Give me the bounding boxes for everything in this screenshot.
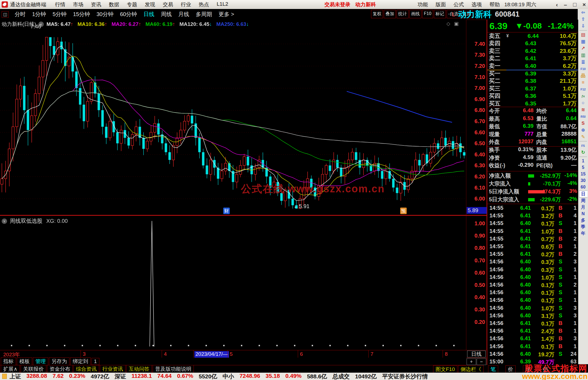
period-button-30[interactable]: 30 xyxy=(579,177,587,184)
yen-icon[interactable]: ¥ xyxy=(506,34,509,38)
table-icon[interactable]: ▦ xyxy=(579,38,587,45)
zoom-in-button[interactable]: + xyxy=(467,358,476,365)
chart-button-统计[interactable]: 统计 xyxy=(397,10,409,18)
tab-图文F10[interactable]: 图文F10 xyxy=(433,365,457,373)
stock-shortcut[interactable]: 动力新科 xyxy=(355,1,376,8)
timeline-label-6[interactable]: 6 xyxy=(299,351,303,357)
period-5分钟[interactable]: 5分钟 xyxy=(53,11,66,18)
window-split-icon[interactable]: ◫ xyxy=(2,11,9,18)
tab-侧边栏《[interactable]: 侧边栏《 xyxy=(458,365,484,373)
period-15分钟[interactable]: 15分钟 xyxy=(73,11,90,18)
forecast-marker-yu[interactable]: 预 xyxy=(400,208,407,214)
period-button-N[interactable]: N xyxy=(579,211,587,217)
menu-item-帮助[interactable]: 帮助 xyxy=(489,1,500,8)
menu-item-公式[interactable]: 公式 xyxy=(454,1,464,8)
tab-互动问答[interactable]: 互动问答 xyxy=(126,365,152,373)
tick-row[interactable]: 14:566.4019.2万S24 xyxy=(487,351,578,358)
chart-button-标记[interactable]: 标记 xyxy=(434,10,446,18)
menu-item-专题[interactable]: 专题 xyxy=(127,1,137,8)
period-button-1[interactable]: 1 xyxy=(579,158,587,164)
diamond-icon[interactable]: ◇ xyxy=(446,21,450,27)
tab-行业资讯[interactable]: 行业资讯 xyxy=(100,365,125,373)
down-icon[interactable]: ⇩ xyxy=(579,23,587,29)
tab-管理[interactable]: 管理 xyxy=(33,357,48,366)
timeline-label-3[interactable]: 3 xyxy=(82,351,86,357)
tick-row[interactable]: 14:566.410.1万B1 xyxy=(487,343,578,351)
menu-item-热点[interactable]: 热点 xyxy=(199,1,209,8)
menu-item-行情[interactable]: 行情 xyxy=(55,1,65,8)
tick-row[interactable]: 14:566.403.1万S3 xyxy=(487,312,578,320)
sub-collapse-chevron-icon[interactable]: ∨ xyxy=(2,218,7,224)
tick-row[interactable]: 14:556.400.1万S1 xyxy=(487,220,578,228)
period-多周期[interactable]: 多周期 xyxy=(196,11,212,18)
tab-模板[interactable]: 模板 xyxy=(17,357,32,366)
oval-icon[interactable]: ○ xyxy=(579,99,587,106)
close-icon[interactable]: × xyxy=(583,1,586,8)
trend-chart-icon[interactable]: ↗ xyxy=(579,45,587,52)
f10-icon[interactable]: F10 xyxy=(579,65,587,72)
tick-row[interactable]: 14:556.413.2万B4 xyxy=(487,212,578,220)
menu-item-市场[interactable]: 市场 xyxy=(73,1,83,8)
period-button-周[interactable]: 周 xyxy=(579,197,587,204)
tick-row[interactable]: 14:566.400.1万S1 xyxy=(487,297,578,305)
timeline-period-box[interactable]: 日线 xyxy=(467,351,486,357)
period-日线[interactable]: 日线 xyxy=(143,11,154,18)
period-60分钟[interactable]: 60分钟 xyxy=(120,11,137,18)
menu-item-功能[interactable]: 功能 xyxy=(418,1,428,8)
panel-icon[interactable]: ▣ xyxy=(454,21,459,27)
menu-item-交易[interactable]: 交易 xyxy=(163,1,173,8)
period-30分钟[interactable]: 30分钟 xyxy=(97,11,114,18)
pencil-icon[interactable]: ✎ xyxy=(579,133,587,140)
tab-扩展∧[interactable]: 扩展∧ xyxy=(1,365,20,373)
chart-button-F10[interactable]: F10 xyxy=(422,10,433,18)
minimize-icon[interactable]: – xyxy=(564,1,567,8)
tab-资金分布[interactable]: 资金分布 xyxy=(47,365,73,373)
timeline-label-5[interactable]: 5 xyxy=(229,351,233,357)
timeline[interactable]: 2023年342023/04/17/—5678 xyxy=(0,350,487,358)
tick-row[interactable]: 14:556.410.2万B2 xyxy=(487,251,578,259)
tick-row[interactable]: 14:566.412.4万B1 xyxy=(487,328,578,335)
tick-row[interactable]: 14:556.410.7万B2 xyxy=(487,236,578,243)
tick-row[interactable]: 14:566.401.0万S1 xyxy=(487,274,578,282)
up-icon[interactable]: ⇧ xyxy=(579,16,587,23)
relation-tree-icon[interactable]: 品 xyxy=(579,72,587,79)
timeline-label-7[interactable]: 7 xyxy=(369,351,373,357)
tick-row[interactable]: 14:556.410.6万B1 xyxy=(487,243,578,251)
tick-row[interactable]: 14:566.401.0万S3 xyxy=(487,305,578,312)
period-button-多[interactable]: 多 xyxy=(579,217,587,224)
tick-row[interactable]: 14:566.400.3万S1 xyxy=(487,266,578,274)
tick-row[interactable]: 14:566.410.1万B1 xyxy=(487,320,578,328)
login-status[interactable]: 交易未登录 xyxy=(324,1,350,8)
menu-item-发现[interactable]: 发现 xyxy=(145,1,155,8)
period-分时[interactable]: 分时 xyxy=(15,11,26,18)
period-button-季[interactable]: 季 xyxy=(579,224,587,230)
tab-普及版功能说明[interactable]: 普及版功能说明 xyxy=(153,365,194,373)
timeline-label-8[interactable]: 8 xyxy=(444,351,448,357)
rsi-icon[interactable]: RSI xyxy=(579,113,587,120)
kline-icon[interactable]: ▥ xyxy=(579,52,587,59)
news-marker-cai[interactable]: 财 xyxy=(223,208,230,214)
panel-tab-笔[interactable]: 笔 xyxy=(488,365,498,373)
tick-row[interactable]: 14:566.400.1万S1 xyxy=(487,289,578,297)
tab-关联报价[interactable]: 关联报价 xyxy=(21,365,46,373)
tick-row[interactable]: 14:556.410.1万B1 xyxy=(487,205,578,212)
money-icon[interactable]: S xyxy=(579,120,587,127)
quote-board-icon[interactable]: ▤ xyxy=(579,31,587,38)
chart-button-叠加[interactable]: 叠加 xyxy=(384,10,396,18)
collapse-icon[interactable]: ‹ xyxy=(556,1,558,8)
market-status-icon[interactable] xyxy=(2,374,7,379)
period-button-5[interactable]: 5 xyxy=(579,164,587,171)
sub-chart-canvas[interactable] xyxy=(0,216,466,350)
timeline-label-4[interactable]: 4 xyxy=(163,351,167,357)
period-button-60[interactable]: 60 xyxy=(579,184,587,190)
memo-icon[interactable]: ≡ xyxy=(579,79,587,86)
tab-绑定到[interactable]: 绑定到 xyxy=(70,357,91,366)
move-icon[interactable]: ⊕ xyxy=(579,127,587,133)
multiline-icon[interactable]: ≋ xyxy=(579,106,587,113)
zoom-out-button[interactable]: − xyxy=(477,358,486,365)
period-1分钟[interactable]: 1分钟 xyxy=(32,11,46,18)
timeline-label-2023/04/17/—[interactable]: 2023/04/17/— xyxy=(194,351,229,358)
period-button-日[interactable]: 日 xyxy=(579,190,587,197)
main-chart-canvas[interactable] xyxy=(0,20,466,215)
chart-button-画线[interactable]: 画线 xyxy=(409,10,421,18)
